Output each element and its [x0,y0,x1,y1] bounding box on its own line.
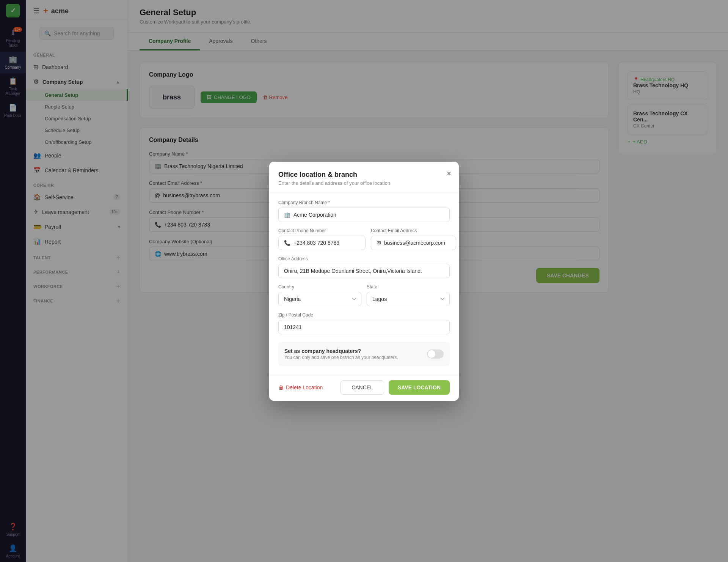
hq-toggle-subtitle: You can only add save one branch as your… [284,355,398,360]
modal-phone-icon: 📞 [284,240,290,246]
branch-name-input[interactable]: 🏢 [278,208,450,222]
modal-overlay[interactable]: Office location & branch Enter the detai… [0,0,728,562]
modal-email-field[interactable] [384,240,450,246]
modal-phone-label: Contact Phone Number [278,228,366,233]
hq-toggle-text: Set as company headquaters? You can only… [284,348,398,360]
modal-header: Office location & branch Enter the detai… [269,162,459,192]
country-select[interactable]: Nigeria [278,292,361,306]
office-address-label: Office Address [278,256,450,261]
modal-phone-input[interactable]: 📞 [278,236,366,250]
office-location-modal: Office location & branch Enter the detai… [269,162,459,401]
office-address-field[interactable] [284,268,444,274]
country-label: Country [278,284,361,290]
modal-footer: 🗑 Delete Location CANCEL SAVE LOCATION [269,374,459,401]
modal-email-label: Contact Email Address [371,228,456,233]
modal-body: Company Branch Name * 🏢 Contact Phone Nu… [269,192,459,374]
zip-group: Zip / Postal Code [278,312,450,334]
country-group: Country Nigeria [278,284,361,306]
modal-email-icon: ✉ [377,240,381,246]
branch-name-field[interactable] [293,212,444,218]
branch-building-icon: 🏢 [284,212,290,218]
hq-toggle-title: Set as company headquaters? [284,348,398,354]
hq-toggle-section: Set as company headquaters? You can only… [278,342,450,366]
modal-title: Office location & branch [278,171,450,179]
hq-toggle[interactable] [427,349,444,359]
save-location-button[interactable]: SAVE LOCATION [389,380,450,395]
zip-input[interactable] [278,320,450,334]
modal-email-group: Contact Email Address ✉ [371,228,456,250]
branch-name-group: Company Branch Name * 🏢 [278,200,450,222]
state-select[interactable]: Lagos [367,292,450,306]
contact-row: Contact Phone Number 📞 Contact Email Add… [278,228,450,256]
modal-subtitle: Enter the details and address of your of… [278,180,450,186]
branch-name-label: Company Branch Name * [278,200,450,205]
delete-location-button[interactable]: 🗑 Delete Location [278,384,323,390]
office-address-input[interactable] [278,264,450,278]
modal-phone-field[interactable] [293,240,360,246]
modal-phone-group: Contact Phone Number 📞 [278,228,366,250]
country-state-row: Country Nigeria State Lagos [278,284,450,312]
modal-email-input[interactable]: ✉ [371,236,456,250]
state-label: State [367,284,450,290]
delete-location-label: Delete Location [286,384,323,390]
delete-icon: 🗑 [278,384,284,390]
cancel-button[interactable]: CANCEL [340,380,384,395]
zip-field[interactable] [284,324,444,330]
zip-label: Zip / Postal Code [278,312,450,318]
state-group: State Lagos [367,284,450,306]
modal-close-button[interactable]: × [447,169,451,178]
modal-footer-actions: CANCEL SAVE LOCATION [340,380,450,395]
office-address-group: Office Address [278,256,450,278]
